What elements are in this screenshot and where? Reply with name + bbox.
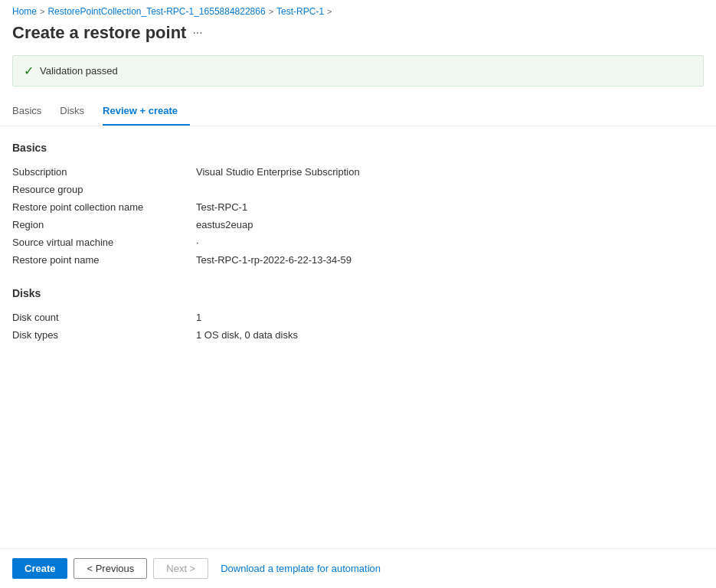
basics-value: eastus2euap bbox=[196, 216, 704, 234]
tab-review-create[interactable]: Review + create bbox=[103, 99, 190, 126]
disks-value: 1 bbox=[196, 309, 704, 326]
basics-value: Test-RPC-1 bbox=[196, 198, 704, 216]
tabs-container: Basics Disks Review + create bbox=[0, 99, 716, 126]
disks-label: Disk types bbox=[12, 326, 196, 344]
basics-value: Visual Studio Enterprise Subscription bbox=[196, 163, 704, 181]
disks-table: Disk count 1 Disk types 1 OS disk, 0 dat… bbox=[12, 309, 704, 344]
basics-row: Subscription Visual Studio Enterprise Su… bbox=[12, 163, 704, 181]
breadcrumb-rpc[interactable]: Test-RPC-1 bbox=[276, 6, 324, 17]
breadcrumb: Home > RestorePointCollection_Test-RPC-1… bbox=[0, 0, 716, 20]
breadcrumb-sep-3: > bbox=[327, 7, 332, 16]
basics-label: Region bbox=[12, 216, 196, 234]
check-icon: ✓ bbox=[24, 64, 34, 78]
basics-section-title: Basics bbox=[12, 142, 704, 154]
breadcrumb-collection[interactable]: RestorePointCollection_Test-RPC-1_165588… bbox=[47, 6, 265, 17]
breadcrumb-sep-2: > bbox=[269, 7, 273, 16]
tab-disks[interactable]: Disks bbox=[60, 99, 96, 126]
basics-row: Restore point collection name Test-RPC-1 bbox=[12, 198, 704, 216]
basics-label: Restore point collection name bbox=[12, 198, 196, 216]
download-template-link[interactable]: Download a template for automation bbox=[221, 563, 381, 574]
breadcrumb-sep-1: > bbox=[40, 7, 44, 16]
validation-text: Validation passed bbox=[40, 65, 118, 77]
more-options-icon[interactable]: ··· bbox=[192, 26, 202, 40]
basics-value: · bbox=[196, 234, 704, 251]
disks-section-title: Disks bbox=[12, 287, 704, 299]
disks-value: 1 OS disk, 0 data disks bbox=[196, 326, 704, 344]
main-content: Basics Subscription Visual Studio Enterp… bbox=[0, 142, 716, 344]
disks-label: Disk count bbox=[12, 309, 196, 326]
basics-label: Subscription bbox=[12, 163, 196, 181]
next-button: Next > bbox=[153, 558, 208, 579]
tab-basics[interactable]: Basics bbox=[12, 99, 54, 126]
basics-row: Source virtual machine · bbox=[12, 234, 704, 251]
basics-label: Restore point name bbox=[12, 251, 196, 269]
basics-row: Resource group bbox=[12, 181, 704, 198]
basics-value bbox=[196, 181, 704, 198]
previous-button[interactable]: < Previous bbox=[74, 558, 147, 579]
basics-table: Subscription Visual Studio Enterprise Su… bbox=[12, 163, 704, 269]
basics-row: Restore point name Test-RPC-1-rp-2022-6-… bbox=[12, 251, 704, 269]
validation-banner: ✓ Validation passed bbox=[12, 55, 704, 87]
page-title: Create a restore point bbox=[12, 23, 186, 43]
basics-label: Resource group bbox=[12, 181, 196, 198]
basics-label: Source virtual machine bbox=[12, 234, 196, 251]
disks-row: Disk count 1 bbox=[12, 309, 704, 326]
page-header: Create a restore point ··· bbox=[0, 20, 716, 55]
basics-value: Test-RPC-1-rp-2022-6-22-13-34-59 bbox=[196, 251, 704, 269]
breadcrumb-home[interactable]: Home bbox=[12, 6, 37, 17]
disks-row: Disk types 1 OS disk, 0 data disks bbox=[12, 326, 704, 344]
basics-row: Region eastus2euap bbox=[12, 216, 704, 234]
create-button[interactable]: Create bbox=[12, 558, 67, 579]
footer: Create < Previous Next > Download a temp… bbox=[0, 548, 716, 588]
